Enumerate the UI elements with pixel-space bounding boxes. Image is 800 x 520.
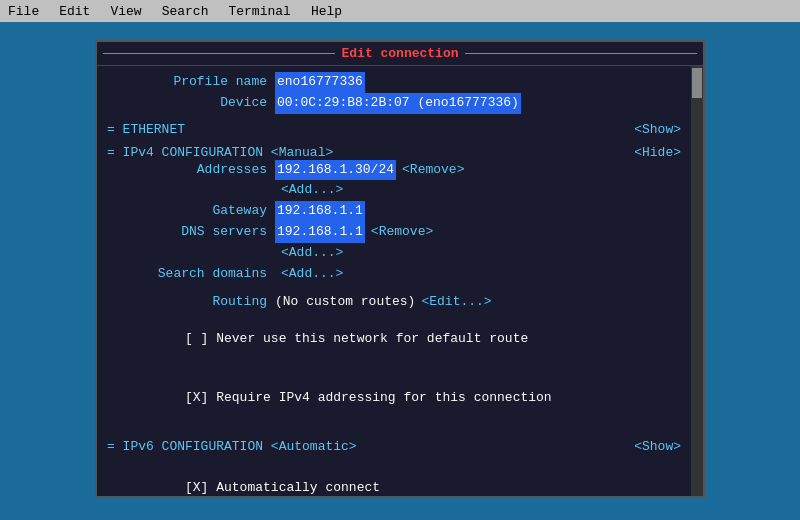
addresses-add-row: <Add...> [107, 180, 681, 201]
title-bar-line-right [465, 53, 697, 54]
search-domains-add-btn[interactable]: <Add...> [281, 264, 343, 285]
require-ipv4-row[interactable]: [X] Require IPv4 addressing for this con… [107, 375, 681, 420]
menu-help[interactable]: Help [307, 2, 346, 21]
main-area: Edit connection Profile name eno16777336… [0, 22, 800, 498]
addresses-add-btn[interactable]: <Add...> [281, 180, 343, 201]
ipv4-hide-btn[interactable]: <Hide> [634, 145, 681, 160]
window-title: Edit connection [341, 46, 458, 61]
search-domains-row: Search domains <Add...> [107, 264, 681, 285]
dns-label: DNS servers [107, 222, 267, 243]
title-bar-line-left [103, 53, 335, 54]
auto-connect-label: [X] Automatically connect [185, 480, 380, 495]
ethernet-section: = ETHERNET <Show> [107, 122, 681, 137]
never-default-row[interactable]: [ ] Never use this network for default r… [107, 316, 681, 361]
menu-bar: File Edit View Search Terminal Help [0, 0, 800, 22]
ipv4-label: = IPv4 CONFIGURATION <Manual> [107, 145, 333, 160]
ipv6-section: = IPv6 CONFIGURATION <Automatic> <Show> [107, 439, 681, 454]
routing-value: (No custom routes) [275, 292, 415, 313]
require-ipv4-label: [X] Require IPv4 addressing for this con… [185, 390, 552, 405]
addresses-label: Addresses [107, 160, 267, 181]
auto-connect-row[interactable]: [X] Automatically connect [107, 465, 681, 496]
menu-view[interactable]: View [106, 2, 145, 21]
ethernet-label: = ETHERNET [107, 122, 185, 137]
profile-name-label: Profile name [107, 72, 267, 93]
content-main: Profile name eno16777336 Device 00:0C:29… [97, 66, 691, 496]
content-area: Profile name eno16777336 Device 00:0C:29… [97, 66, 703, 496]
dns-remove-btn[interactable]: <Remove> [371, 222, 433, 243]
scrollbar[interactable] [691, 66, 703, 496]
title-bar: Edit connection [97, 42, 703, 66]
addresses-value[interactable]: 192.168.1.30/24 [275, 160, 396, 181]
gateway-label: Gateway [107, 201, 267, 222]
terminal-window: Edit connection Profile name eno16777336… [95, 40, 705, 498]
gateway-value[interactable]: 192.168.1.1 [275, 201, 365, 222]
device-label: Device [107, 93, 267, 114]
menu-edit[interactable]: Edit [55, 2, 94, 21]
routing-label: Routing [107, 292, 267, 313]
addresses-row: Addresses 192.168.1.30/24 <Remove> [107, 160, 681, 181]
dns-row: DNS servers 192.168.1.1 <Remove> [107, 222, 681, 243]
ipv4-section: = IPv4 CONFIGURATION <Manual> <Hide> [107, 145, 681, 160]
device-row: Device 00:0C:29:B8:2B:07 (eno16777336) [107, 93, 681, 114]
search-domains-label: Search domains [107, 264, 267, 285]
dns-add-btn[interactable]: <Add...> [281, 243, 343, 264]
device-value[interactable]: 00:0C:29:B8:2B:07 (eno16777336) [275, 93, 521, 114]
ethernet-show-btn[interactable]: <Show> [634, 122, 681, 137]
menu-search[interactable]: Search [158, 2, 213, 21]
profile-name-row: Profile name eno16777336 [107, 72, 681, 93]
profile-name-value[interactable]: eno16777336 [275, 72, 365, 93]
routing-edit-btn[interactable]: <Edit...> [421, 292, 491, 313]
menu-file[interactable]: File [4, 2, 43, 21]
scrollbar-thumb[interactable] [692, 68, 702, 98]
dns-add-row: <Add...> [107, 243, 681, 264]
never-default-label: [ ] Never use this network for default r… [185, 331, 528, 346]
ipv6-show-btn[interactable]: <Show> [634, 439, 681, 454]
menu-terminal[interactable]: Terminal [224, 2, 294, 21]
ipv6-label: = IPv6 CONFIGURATION <Automatic> [107, 439, 357, 454]
addresses-remove-btn[interactable]: <Remove> [402, 160, 464, 181]
gateway-row: Gateway 192.168.1.1 [107, 201, 681, 222]
routing-row: Routing (No custom routes) <Edit...> [107, 292, 681, 313]
dns-value[interactable]: 192.168.1.1 [275, 222, 365, 243]
